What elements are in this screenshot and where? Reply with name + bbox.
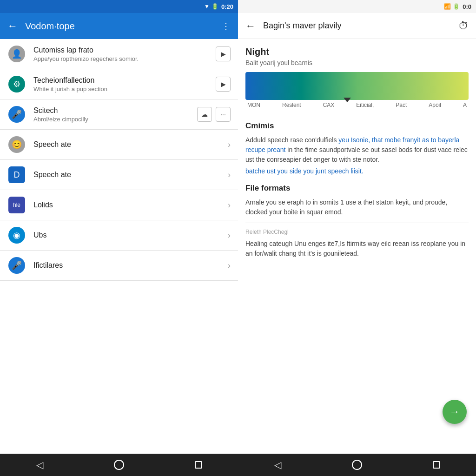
right-back-button[interactable]: ← bbox=[245, 20, 256, 32]
recents-nav-icon bbox=[195, 461, 202, 469]
menu-list: 👤 Cutomiss lap frato Appe/you ropthenizo… bbox=[0, 39, 238, 454]
menu-item-content-7: Ubs bbox=[33, 231, 228, 239]
hle-icon-6: hle bbox=[8, 197, 25, 213]
left-nav-bar: ◁ bbox=[0, 454, 238, 476]
left-nav-recents[interactable] bbox=[187, 456, 210, 473]
menu-item-scitech[interactable]: 🎤 Scitech Abrol/eize cimpocilly ☁ ··· bbox=[0, 99, 238, 130]
section3-title: File formats bbox=[245, 184, 469, 193]
right-panel: ← Bagin's maver plavily ⏱ Night Balit yo… bbox=[238, 13, 476, 268]
menu-item-cutomiss[interactable]: 👤 Cutomiss lap frato Appe/you ropthenizo… bbox=[0, 39, 238, 69]
menu-item-actions-7: › bbox=[228, 231, 231, 240]
menu-item-speech-ate-1[interactable]: 😊 Speech ate › bbox=[0, 130, 238, 160]
right-nav-home[interactable] bbox=[346, 456, 368, 473]
chart-label-apoil: Apoil bbox=[429, 102, 441, 108]
d-icon-5: D bbox=[8, 166, 25, 183]
menu-item-content-3: Scitech Abrol/eize cimpocilly bbox=[33, 106, 197, 123]
chart-container: MON Reslent CAX Eiticial, Pact Apoil A bbox=[245, 72, 469, 114]
left-status-icons: ▼ 🔋 bbox=[204, 3, 218, 10]
menu-item-content-4: Speech ate bbox=[33, 140, 228, 149]
menu-item-icon-2: ⚙ bbox=[7, 75, 26, 93]
mic-icon-8: 🎤 bbox=[8, 257, 25, 274]
menu-item-title-4: Speech ate bbox=[33, 140, 228, 149]
right-battery-icon: 🔋 bbox=[453, 3, 460, 10]
section2: Cmimis Adduld speech rase con'dulfiels y… bbox=[245, 121, 469, 176]
play-button-2[interactable]: ▶ bbox=[216, 77, 231, 92]
right-nav-recents[interactable] bbox=[425, 456, 448, 473]
section3: File formats Arnale you se eraph to in s… bbox=[245, 184, 469, 258]
right-nav-back[interactable]: ◁ bbox=[266, 456, 289, 473]
menu-item-ifictilares[interactable]: 🎤 Ifictilares › bbox=[0, 251, 238, 281]
menu-item-content-6: Lolids bbox=[33, 201, 228, 209]
left-status-bar: ▼ 🔋 0:20 bbox=[0, 0, 238, 13]
right-clock-icon[interactable]: ⏱ bbox=[458, 20, 469, 32]
menu-item-content-2: Techeionffallection White it jurish a pu… bbox=[33, 76, 216, 93]
section2-text2-blue: batche ust you side you junt speech liis… bbox=[245, 167, 364, 175]
cloud-button-3[interactable]: ☁ bbox=[197, 107, 212, 122]
right-home-nav-icon bbox=[352, 460, 362, 470]
left-nav-home[interactable] bbox=[108, 456, 130, 473]
chevron-right-icon-8: › bbox=[228, 261, 231, 271]
fab-button[interactable]: → bbox=[443, 400, 467, 424]
right-status-bar: 📶 🔋 0:0 bbox=[238, 0, 476, 13]
menu-item-title-6: Lolids bbox=[33, 201, 228, 209]
menu-item-title-8: Ifictilares bbox=[33, 261, 228, 270]
user-icon: 👤 bbox=[8, 46, 25, 62]
chevron-right-icon-6: › bbox=[228, 200, 231, 210]
right-time: 0:0 bbox=[463, 3, 471, 10]
right-back-nav-icon: ◁ bbox=[274, 459, 281, 470]
section2-text2: batche ust you side you junt speech liis… bbox=[245, 166, 469, 176]
chevron-right-icon-5: › bbox=[228, 170, 231, 180]
settings-icon: ⚙ bbox=[8, 76, 25, 93]
menu-item-techeionffall[interactable]: ⚙ Techeionffallection White it jurish a … bbox=[0, 69, 238, 99]
left-nav-back[interactable]: ◁ bbox=[28, 456, 51, 473]
section3-text1: Arnale you se eraph to in somits 1 use a… bbox=[245, 198, 469, 217]
menu-item-title-3: Scitech bbox=[33, 106, 197, 115]
menu-item-actions-1: ▶ bbox=[216, 46, 231, 61]
right-status-icons: 📶 🔋 bbox=[444, 3, 460, 10]
left-menu-icon[interactable]: ⋮ bbox=[221, 20, 231, 32]
menu-item-title-7: Ubs bbox=[33, 231, 228, 239]
menu-item-content-5: Speech ate bbox=[33, 171, 228, 179]
chevron-right-icon-4: › bbox=[228, 140, 231, 150]
chart-indicator bbox=[344, 98, 351, 102]
section1-title: Night bbox=[245, 46, 469, 57]
chart-label-mon: MON bbox=[247, 102, 260, 108]
menu-item-ubs[interactable]: ◉ Ubs › bbox=[0, 220, 238, 251]
radio-icon-7: ◉ bbox=[8, 227, 25, 244]
right-recents-nav-icon bbox=[433, 461, 440, 469]
section2-text1: Adduld speech rase con'dulfiels yeu Ison… bbox=[245, 135, 469, 165]
right-header: ← Bagin's maver plavily ⏱ bbox=[238, 13, 476, 39]
menu-item-lolids[interactable]: hle Lolids › bbox=[0, 190, 238, 220]
menu-item-actions-2: ▶ bbox=[216, 77, 231, 92]
mic-icon-3: 🎤 bbox=[8, 106, 25, 123]
menu-item-icon-6: hle bbox=[7, 196, 26, 214]
battery-icon: 🔋 bbox=[212, 3, 218, 10]
menu-item-icon-7: ◉ bbox=[7, 226, 26, 245]
menu-item-icon-4: 😊 bbox=[7, 135, 26, 154]
right-signal-icon: 📶 bbox=[444, 3, 451, 10]
left-panel: ← Vodom·tope ⋮ 👤 Cutomiss lap frato Appe… bbox=[0, 13, 238, 454]
menu-item-actions-6: › bbox=[228, 200, 231, 210]
chart-label-a: A bbox=[463, 102, 467, 108]
chevron-right-icon-7: › bbox=[228, 231, 231, 240]
more-button-3[interactable]: ··· bbox=[216, 107, 231, 122]
menu-item-speech-ate-2[interactable]: D Speech ate › bbox=[0, 160, 238, 190]
left-time: 0:20 bbox=[221, 3, 233, 10]
signal-icon: ▼ bbox=[204, 3, 210, 10]
section2-title: Cmimis bbox=[245, 121, 469, 131]
play-button-1[interactable]: ▶ bbox=[216, 46, 231, 61]
menu-item-content-8: Ifictilares bbox=[33, 261, 228, 270]
menu-item-subtitle-2: White it jurish a pup section bbox=[33, 86, 216, 93]
left-header-title: Vodom·tope bbox=[25, 21, 214, 32]
menu-item-title-5: Speech ate bbox=[33, 171, 228, 179]
menu-item-subtitle-3: Abrol/eize cimpocilly bbox=[33, 116, 197, 123]
menu-item-icon-3: 🎤 bbox=[7, 105, 26, 124]
chart-label-pact: Pact bbox=[396, 102, 407, 108]
menu-item-icon-5: D bbox=[7, 165, 26, 184]
menu-item-content-1: Cutomiss lap frato Appe/you ropthenizo r… bbox=[33, 46, 216, 62]
left-back-button[interactable]: ← bbox=[7, 20, 18, 32]
menu-item-subtitle-1: Appe/you ropthenizo regechers somior. bbox=[33, 55, 216, 62]
divider bbox=[245, 223, 469, 223]
menu-item-actions-8: › bbox=[228, 261, 231, 271]
section1-subtitle: Balit yoarij youl bearnis bbox=[245, 59, 469, 66]
